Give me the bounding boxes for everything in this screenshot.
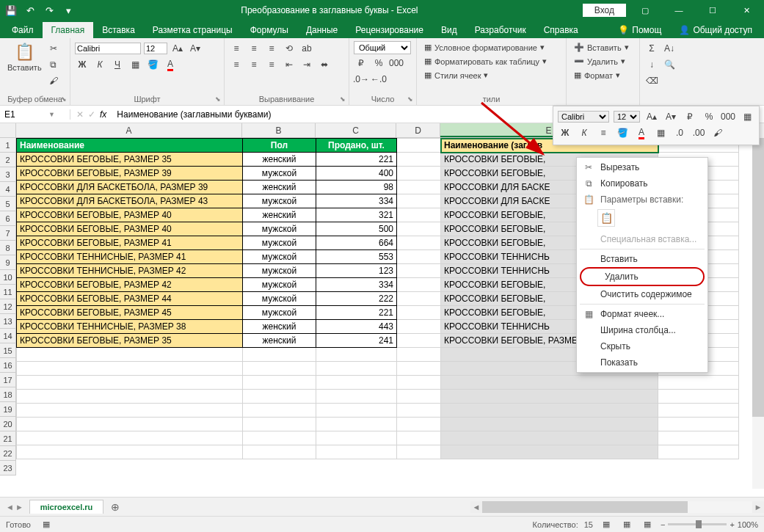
percent-icon[interactable]: % bbox=[371, 56, 386, 70]
paste-option-icon[interactable]: 📋 bbox=[597, 209, 615, 227]
mini-align-icon[interactable]: ≡ bbox=[596, 125, 611, 140]
cell[interactable]: КРОССОВКИ БЕГОВЫЕ, РАЗМЕР 42 bbox=[17, 278, 243, 292]
cell[interactable] bbox=[441, 418, 658, 431]
tab-file[interactable]: Файл bbox=[3, 22, 43, 38]
delete-cells-button[interactable]: ➖Удалить▾ bbox=[571, 55, 635, 68]
cell[interactable] bbox=[243, 445, 316, 459]
cell[interactable]: мужской bbox=[243, 306, 316, 320]
cell[interactable] bbox=[397, 264, 441, 278]
cell[interactable] bbox=[243, 418, 316, 431]
tab-help[interactable]: Справка bbox=[535, 22, 587, 38]
name-box[interactable]: ▼ bbox=[0, 109, 70, 120]
row-header[interactable]: 6 bbox=[0, 211, 16, 226]
align-top-icon[interactable]: ≡ bbox=[229, 41, 244, 56]
row-header[interactable]: 14 bbox=[0, 329, 16, 343]
cell[interactable]: женский bbox=[243, 153, 316, 167]
mini-percent-icon[interactable]: % bbox=[702, 109, 716, 124]
mini-borders-icon[interactable]: ▦ bbox=[653, 125, 668, 140]
borders-icon[interactable]: ▦ bbox=[128, 57, 142, 72]
cell[interactable]: 123 bbox=[316, 264, 397, 278]
cell[interactable] bbox=[658, 418, 739, 431]
mini-dec-decimal-icon[interactable]: .0 bbox=[672, 125, 687, 140]
row-header[interactable]: 9 bbox=[0, 255, 16, 270]
cell[interactable]: Пол bbox=[243, 139, 316, 153]
undo-icon[interactable]: ↶ bbox=[22, 2, 38, 18]
cell[interactable]: КРОССОВКИ БЕГОВЫЕ, РАЗМЕР 40 bbox=[17, 208, 243, 222]
mini-font-color-icon[interactable]: A bbox=[634, 125, 649, 140]
tab-formulas[interactable]: Формулы bbox=[241, 22, 297, 38]
row-header[interactable]: 21 bbox=[0, 431, 16, 446]
cell[interactable]: КРОССОВКИ ТЕННИСНЫЕ, РАЗМЕР 38 bbox=[17, 320, 243, 334]
row-header[interactable]: 5 bbox=[0, 197, 16, 211]
redo-icon[interactable]: ↷ bbox=[41, 2, 57, 18]
row-header[interactable]: 20 bbox=[0, 417, 16, 431]
font-color-icon[interactable]: A bbox=[163, 57, 178, 72]
cm-column-width[interactable]: Ширина столбца... bbox=[577, 322, 707, 338]
column-header-B[interactable]: B bbox=[242, 123, 316, 137]
cell[interactable] bbox=[397, 348, 441, 362]
cell[interactable]: КРОССОВКИ БЕГОВЫЕ, РАЗМЕР 35 bbox=[17, 334, 243, 348]
cm-show[interactable]: Показать bbox=[577, 354, 707, 371]
shrink-font-icon[interactable]: A▾ bbox=[188, 41, 203, 56]
cell[interactable] bbox=[17, 418, 243, 431]
row-header[interactable]: 1 bbox=[0, 138, 16, 153]
align-right-icon[interactable]: ≡ bbox=[264, 57, 279, 72]
cell[interactable]: КРОССОВКИ ТЕННИСНЫЕ, РАЗМЕР 41 bbox=[17, 250, 243, 264]
column-header-C[interactable]: C bbox=[316, 123, 396, 137]
row-header[interactable]: 4 bbox=[0, 182, 16, 197]
fill-color-icon[interactable]: 🪣 bbox=[145, 57, 160, 72]
cell[interactable] bbox=[397, 292, 441, 306]
cell[interactable]: КРОССОВКИ БЕГОВЫЕ, РАЗМЕР 35 bbox=[17, 153, 243, 167]
cell[interactable] bbox=[397, 362, 441, 376]
sheet-nav-prev-icon[interactable]: ◄ bbox=[6, 503, 14, 511]
cell[interactable] bbox=[397, 390, 441, 404]
cell[interactable] bbox=[316, 362, 397, 376]
tab-home[interactable]: Главная bbox=[43, 22, 94, 38]
alignment-dialog-launcher[interactable]: ⬊ bbox=[338, 95, 347, 103]
mini-grow-font-icon[interactable]: A▴ bbox=[644, 109, 659, 124]
font-name-input[interactable] bbox=[75, 43, 141, 54]
cell[interactable] bbox=[397, 334, 441, 348]
cell[interactable] bbox=[397, 404, 441, 418]
cm-delete[interactable]: Удалить bbox=[580, 267, 705, 286]
cell[interactable] bbox=[658, 376, 739, 390]
cell[interactable]: 500 bbox=[316, 222, 397, 236]
format-as-table-button[interactable]: ▦Форматировать как таблицу▾ bbox=[421, 55, 561, 68]
cell[interactable]: 241 bbox=[316, 334, 397, 348]
cm-clear[interactable]: Очистить содержимое bbox=[577, 286, 707, 302]
cell[interactable] bbox=[397, 153, 441, 167]
scroll-right-icon[interactable]: ► bbox=[752, 501, 764, 513]
cell[interactable] bbox=[397, 167, 441, 181]
mini-comma-icon[interactable]: 000 bbox=[721, 109, 735, 124]
cell[interactable] bbox=[397, 222, 441, 236]
cell[interactable] bbox=[243, 431, 316, 445]
ribbon-options-icon[interactable]: ▢ bbox=[630, 0, 660, 21]
align-left-icon[interactable]: ≡ bbox=[229, 57, 244, 72]
cell[interactable] bbox=[17, 404, 243, 418]
tab-insert[interactable]: Вставка bbox=[93, 22, 144, 38]
row-header[interactable]: 23 bbox=[0, 461, 16, 475]
insert-cells-button[interactable]: ➕Вставить▾ bbox=[571, 41, 635, 54]
cell[interactable] bbox=[658, 404, 739, 418]
cell[interactable] bbox=[441, 390, 658, 404]
cell[interactable] bbox=[397, 306, 441, 320]
row-header[interactable]: 11 bbox=[0, 285, 16, 299]
cell[interactable] bbox=[397, 194, 441, 208]
cell[interactable] bbox=[397, 236, 441, 250]
cell[interactable] bbox=[397, 139, 441, 153]
font-dialog-launcher[interactable]: ⬊ bbox=[214, 95, 222, 103]
row-header[interactable]: 7 bbox=[0, 226, 16, 241]
italic-button[interactable]: К bbox=[92, 57, 107, 72]
cell[interactable]: 221 bbox=[316, 153, 397, 167]
macro-record-icon[interactable]: ▦ bbox=[43, 520, 50, 529]
cell[interactable] bbox=[397, 431, 441, 445]
cell[interactable]: мужской bbox=[243, 264, 316, 278]
name-box-input[interactable] bbox=[4, 109, 48, 120]
cell[interactable]: КРОССОВКИ БЕГОВЫЕ, РАЗМЕР 44 bbox=[17, 292, 243, 306]
cell[interactable]: КРОССОВКИ БЕГОВЫЕ, РАЗМЕР 45 bbox=[17, 306, 243, 320]
align-center-icon[interactable]: ≡ bbox=[247, 57, 261, 72]
paste-button[interactable]: 📋 Вставить bbox=[4, 41, 45, 93]
fx-icon[interactable]: fx bbox=[100, 109, 106, 120]
row-header[interactable]: 2 bbox=[0, 153, 16, 167]
cell[interactable]: 321 bbox=[316, 208, 397, 222]
